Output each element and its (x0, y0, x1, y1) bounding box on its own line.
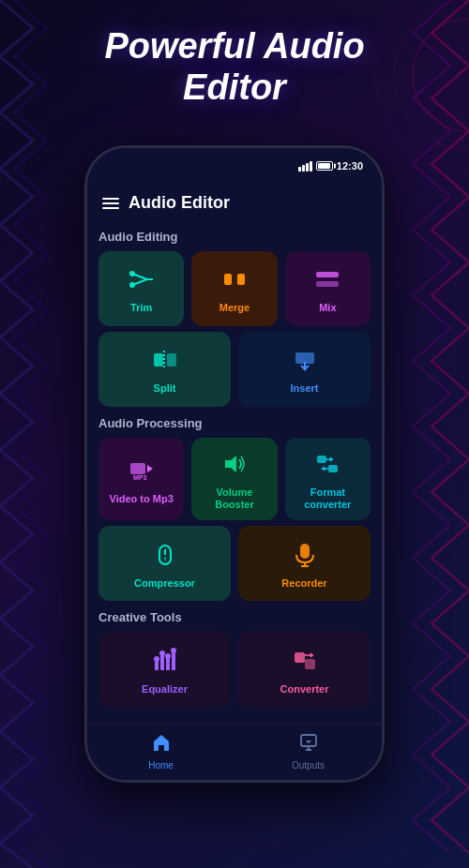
svg-rect-8 (316, 272, 339, 277)
battery-icon (316, 161, 333, 171)
nav-outputs[interactable]: Outputs (234, 732, 382, 771)
audio-processing-row1: MP3 Video to Mp3 Volume Booster (98, 438, 371, 520)
merge-label: Merge (219, 302, 250, 314)
outputs-icon (298, 732, 319, 757)
creative-tools-row1: Equalizer Converter (98, 632, 371, 707)
home-icon (151, 732, 172, 757)
compressor-label: Compressor (134, 577, 195, 590)
svg-point-30 (154, 656, 159, 662)
audio-processing-row2: Compressor Recorder (98, 526, 371, 601)
svg-rect-11 (167, 353, 176, 367)
svg-rect-29 (172, 652, 175, 670)
svg-rect-27 (160, 655, 164, 670)
svg-text:MP3: MP3 (133, 474, 147, 481)
trim-icon (129, 266, 155, 296)
svg-point-3 (129, 271, 135, 277)
left-button-1 (84, 242, 86, 265)
equalizer-icon (152, 648, 178, 678)
svg-point-4 (129, 282, 135, 288)
status-time: 12:30 (337, 160, 363, 172)
trim-card[interactable]: Trim (98, 251, 184, 326)
insert-card[interactable]: Insert (238, 332, 371, 407)
creative-converter-card[interactable]: Converter (238, 632, 371, 707)
svg-rect-26 (155, 661, 159, 670)
merge-card[interactable]: Merge (191, 251, 277, 326)
video-to-mp3-icon: MP3 (129, 457, 155, 487)
insert-icon (292, 347, 318, 377)
split-icon (152, 347, 178, 377)
svg-rect-7 (237, 274, 245, 285)
section-audio-editing-label: Audio Editing (98, 230, 371, 244)
svg-marker-17 (225, 456, 236, 472)
title-line2: Editor (183, 67, 286, 107)
mix-icon (314, 266, 340, 296)
creative-converter-icon (292, 648, 318, 678)
zigzag-right-decoration (375, 0, 469, 868)
volume-button (383, 261, 385, 289)
mix-card[interactable]: Mix (285, 251, 371, 326)
scroll-content[interactable]: Audio Editing Trim (87, 220, 382, 724)
hamburger-icon[interactable] (102, 198, 119, 209)
svg-rect-10 (154, 353, 163, 367)
signal-icon (298, 161, 312, 172)
app-title: Audio Editor (129, 193, 230, 213)
volume-booster-card[interactable]: Volume Booster (191, 438, 277, 520)
app-header: Audio Editor (87, 184, 382, 220)
svg-point-32 (165, 653, 171, 659)
title-line1: Powerful Audio (104, 26, 364, 66)
format-converter-icon (314, 451, 340, 481)
svg-rect-28 (166, 658, 170, 670)
video-to-mp3-card[interactable]: MP3 Video to Mp3 (98, 438, 184, 520)
phone-content: Audio Editor Audio Editing T (87, 184, 382, 780)
section-creative-tools-label: Creative Tools (98, 610, 371, 624)
format-converter-label: Format converter (293, 486, 363, 511)
mix-label: Mix (319, 302, 336, 314)
svg-rect-18 (317, 456, 326, 463)
section-audio-processing-label: Audio Processing (98, 416, 371, 430)
split-card[interactable]: Split (98, 332, 231, 407)
recorder-label: Recorder (281, 577, 326, 590)
phone-frame: 12:30 Audio Editor Audio Editing (84, 145, 385, 783)
page-title: Powerful Audio Editor (0, 26, 469, 108)
svg-point-33 (171, 648, 176, 653)
status-bar-right: 12:30 (298, 160, 363, 172)
audio-editing-row2: Split Insert (98, 332, 371, 407)
nav-outputs-label: Outputs (292, 760, 325, 771)
volume-booster-icon (221, 451, 248, 481)
svg-rect-19 (328, 465, 338, 472)
equalizer-card[interactable]: Equalizer (98, 632, 231, 707)
svg-marker-15 (147, 465, 153, 472)
volume-booster-label: Volume Booster (199, 486, 269, 511)
svg-rect-6 (224, 274, 232, 285)
phone-notch (197, 148, 272, 169)
insert-label: Insert (291, 382, 319, 395)
equalizer-label: Equalizer (142, 683, 188, 696)
nav-home[interactable]: Home (87, 732, 234, 771)
trim-label: Trim (130, 302, 152, 314)
recorder-card[interactable]: Recorder (238, 526, 371, 601)
left-button-2 (84, 275, 86, 298)
format-converter-card[interactable]: Format converter (285, 438, 371, 520)
bottom-nav: Home Outputs (87, 724, 382, 780)
zigzag-left-decoration (0, 0, 66, 868)
svg-rect-9 (316, 281, 339, 287)
video-to-mp3-label: Video to Mp3 (110, 493, 174, 505)
compressor-card[interactable]: Compressor (98, 526, 231, 601)
recorder-icon (292, 542, 318, 572)
creative-converter-label: Converter (280, 683, 329, 696)
merge-icon (221, 266, 248, 296)
nav-home-label: Home (148, 760, 174, 771)
svg-rect-14 (130, 463, 145, 474)
svg-point-31 (159, 651, 165, 656)
status-bar: 12:30 (87, 148, 382, 184)
compressor-icon (152, 542, 178, 572)
audio-editing-row1: Trim Merge (98, 251, 371, 326)
power-button (383, 317, 385, 364)
split-label: Split (154, 382, 176, 395)
svg-rect-34 (295, 652, 305, 663)
svg-rect-23 (300, 544, 310, 559)
svg-rect-35 (305, 659, 315, 669)
